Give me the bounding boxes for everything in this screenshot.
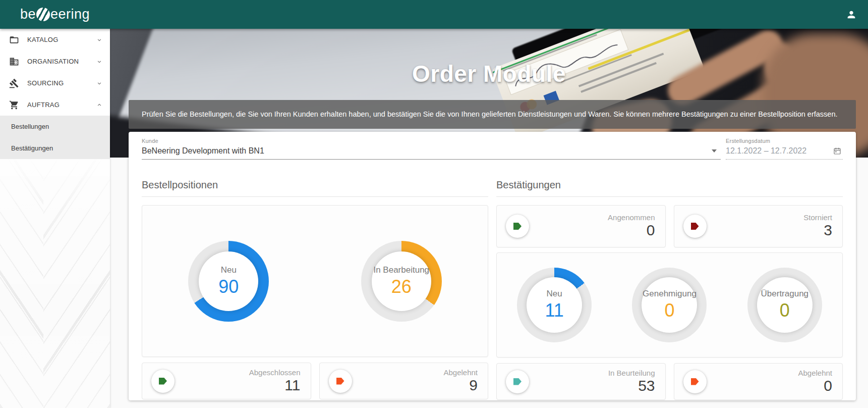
gavel-icon [9,78,19,88]
donut-label: Genehmigung [643,289,697,299]
stat-value: 11 [175,377,301,394]
logo-text-pre: be [20,7,36,22]
filter-row: Kunde BeNeering Development with BN1 Ers… [142,138,843,165]
organisation-icon [9,57,19,67]
donut-center: Neu 11 [527,277,582,333]
donut-value: 26 [391,276,412,297]
donut-chart-neu-confirm: Neu 11 [517,268,592,342]
logo-text-post: eering [50,7,90,22]
sidebar-item-sourcing[interactable]: SOURCING [0,72,110,94]
tag-icon [336,378,344,385]
calendar-icon[interactable] [833,146,842,156]
date-field-label: Erstellungsdatum [726,138,843,144]
donut-value: 0 [780,300,790,321]
donut-value: 11 [545,300,563,321]
stat-icon-circle [506,370,529,393]
stat-label: In Beurteilung [529,369,655,377]
stat-value: 3 [707,222,833,239]
customer-select-value[interactable]: BeNeering Development with BN1 [142,146,712,156]
confirmations-section-title: Bestätigungen [496,172,843,197]
sidebar-item-katalog[interactable]: KATALOG [0,29,110,50]
logo-n-icon [36,8,50,21]
chevron-down-icon[interactable] [712,149,717,152]
donut-center: Neu 90 [199,251,258,311]
donut-chart-in-bearbeitung: In Bearbeitung 26 [361,241,442,322]
sidebar-item-organisation[interactable]: ORGANISATION [0,50,110,72]
chevron-down-icon [96,58,103,65]
donut-center: In Bearbeitung 26 [372,251,431,311]
stat-value: 9 [352,377,478,394]
donut-chart-uebertragung: Übertragung 0 [747,268,822,342]
date-range-field[interactable]: Erstellungsdatum 12.1.2022 – 12.7.2022 [726,138,843,160]
tag-icon [691,223,699,230]
stat-label: Storniert [707,213,833,222]
donut-value: 0 [664,300,674,321]
stat-label: Abgelehnt [352,368,478,377]
sidebar-item-bestaetigungen[interactable]: Bestätigungen [0,137,110,159]
chevron-down-icon [96,80,103,87]
stat-card-abgelehnt: Abgelehnt 9 [319,363,489,399]
tag-icon [513,378,522,385]
donut-value: 90 [218,276,239,297]
confirmations-donut-card: Neu 11 Genehmigung 0 Ü [496,252,843,358]
stat-icon-circle [329,370,352,393]
orders-stat-row: Abgeschlossen 11 Abgelehnt 9 [142,363,488,399]
sidebar-item-label: KATALOG [27,36,96,43]
sidebar-item-bestellungen[interactable]: Bestellungen [0,116,110,137]
stat-icon-circle [506,215,529,238]
donut-center: Übertragung 0 [757,277,813,333]
donut-label: Neu [221,265,237,275]
sidebar-subitem-label: Bestätigungen [11,144,53,152]
stat-card-storniert: Storniert 3 [674,205,843,247]
stat-icon-circle [683,215,707,238]
page-description-bar: Prüfen Sie die Bestellungen, die Sie von… [129,100,856,129]
confirmations-stat-row-top: Angenommen 0 Storniert 3 [496,205,843,247]
sidebar-item-auftrag[interactable]: AUFTRAG [0,94,110,116]
page-title: Order Module [110,60,868,87]
customer-field-label: Kunde [142,138,721,144]
cart-icon [9,100,19,110]
donut-chart-neu: Neu 90 [188,241,269,322]
sidebar-item-label: ORGANISATION [27,58,96,65]
folder-icon [9,35,19,45]
stat-icon-circle [151,370,175,393]
stat-value: 0 [707,377,833,395]
donut-chart-genehmigung: Genehmigung 0 [632,268,707,342]
chevron-up-icon [96,101,103,109]
sidebar-item-label: AUFTRAG [27,101,96,109]
sidebar-subitem-label: Bestellungen [11,123,49,130]
orders-donut-card: Neu 90 In Bearbeitung 26 [142,205,488,357]
sidebar: KATALOG ORGANISATION SOURCING AUFTRAG [0,29,110,408]
stat-card-abgelehnt-confirm: Abgelehnt 0 [674,363,843,400]
logo: beeering [0,7,110,22]
donut-label: In Bearbeitung [373,265,429,275]
donut-center: Genehmigung 0 [642,277,697,333]
orders-section: Bestellpositionen Neu 90 In Bearbeitung [142,172,488,400]
tag-icon [513,223,522,230]
stat-card-abgeschlossen: Abgeschlossen 11 [142,363,311,399]
date-range-value[interactable]: 12.1.2022 – 12.7.2022 [726,146,833,156]
sidebar-submenu-auftrag: Bestellungen Bestätigungen [0,116,110,159]
dashboard-columns: Bestellpositionen Neu 90 In Bearbeitung [142,172,843,400]
stat-label: Abgelehnt [707,369,833,377]
stat-label: Abgeschlossen [175,368,301,377]
main-content: Order Module Prüfen Sie die Bestellungen… [110,29,868,408]
tag-icon [691,378,699,385]
sidebar-item-label: SOURCING [27,79,96,87]
content-panel: Kunde BeNeering Development with BN1 Ers… [129,132,856,400]
orders-section-title: Bestellpositionen [142,172,488,197]
stat-icon-circle [683,370,707,393]
confirmations-stat-row-bottom: In Beurteilung 53 Abgelehnt 0 [496,363,843,400]
tag-icon [159,378,167,385]
stat-value: 0 [529,222,655,239]
confirmations-section: Bestätigungen Angenommen 0 [496,172,843,400]
stat-card-in-beurteilung: In Beurteilung 53 [496,363,666,400]
donut-label: Übertragung [761,289,809,299]
donut-label: Neu [547,289,562,299]
customer-select-field[interactable]: Kunde BeNeering Development with BN1 [142,138,721,160]
page-description: Prüfen Sie die Bestellungen, die Sie von… [142,110,838,119]
sidebar-building-watermark [0,151,110,408]
top-app-bar: beeering [0,0,868,29]
account-button[interactable] [843,6,860,23]
stat-value: 53 [529,377,655,395]
